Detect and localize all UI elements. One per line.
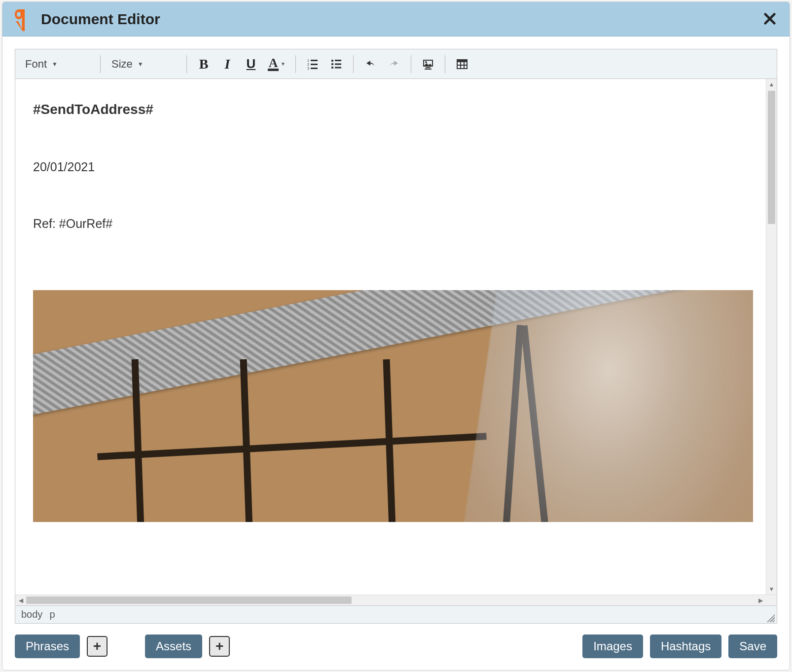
font-size-dropdown[interactable]: Size ▼ <box>107 55 180 74</box>
svg-rect-16 <box>425 69 432 70</box>
horizontal-scrollbar[interactable]: ◀ ▶ <box>15 595 777 605</box>
horizontal-scroll-thumb[interactable] <box>26 597 352 604</box>
redo-button[interactable] <box>383 53 405 75</box>
close-button[interactable] <box>761 10 779 28</box>
scroll-down-arrow-icon[interactable]: ▼ <box>766 584 777 595</box>
element-path-bar: body p <box>15 605 777 623</box>
undo-button[interactable] <box>360 53 381 75</box>
phrases-button[interactable]: Phrases <box>15 635 80 658</box>
svg-text:3: 3 <box>307 67 309 70</box>
font-color-button[interactable]: A ▼ <box>264 53 289 75</box>
toolbar-separator <box>353 55 354 73</box>
svg-point-14 <box>425 61 427 63</box>
save-button[interactable]: Save <box>728 635 777 658</box>
table-icon <box>456 58 468 70</box>
bulleted-list-button[interactable] <box>325 53 347 75</box>
document-ref-line[interactable]: Ref: #OurRef# <box>33 217 748 231</box>
editor-toolbar: Font ▼ Size ▼ B I U A ▼ 1 <box>15 49 777 79</box>
scroll-right-arrow-icon[interactable]: ▶ <box>755 595 766 606</box>
redo-icon <box>388 58 400 70</box>
svg-rect-1 <box>311 60 318 61</box>
address-placeholder[interactable]: #SendToAddress# <box>33 102 748 117</box>
numbered-list-button[interactable]: 1 2 3 <box>302 53 324 75</box>
window-title: Document Editor <box>41 11 160 28</box>
document-canvas[interactable]: #SendToAddress# 20/01/2021 Ref: #OurRef# <box>15 79 766 595</box>
font-color-icon: A <box>269 57 278 70</box>
toolbar-separator <box>100 55 101 73</box>
bold-icon: B <box>199 56 209 72</box>
image-icon <box>422 58 434 70</box>
images-button[interactable]: Images <box>582 635 643 658</box>
path-segment-p[interactable]: p <box>49 609 55 620</box>
plus-icon: + <box>93 638 101 654</box>
numbered-list-icon: 1 2 3 <box>307 58 319 70</box>
font-family-dropdown[interactable]: Font ▼ <box>20 55 94 74</box>
close-icon <box>763 12 777 26</box>
svg-rect-18 <box>457 60 467 62</box>
font-size-label: Size <box>111 58 133 71</box>
document-date[interactable]: 20/01/2021 <box>33 160 748 174</box>
chevron-down-icon: ▼ <box>52 61 58 68</box>
path-segment-body[interactable]: body <box>21 609 42 620</box>
font-color-swatch <box>268 69 279 71</box>
svg-point-6 <box>331 59 333 61</box>
insert-image-button[interactable] <box>417 53 439 75</box>
italic-icon: I <box>225 56 230 72</box>
editor-body: #SendToAddress# 20/01/2021 Ref: #OurRef#… <box>15 79 777 595</box>
svg-rect-9 <box>335 63 341 65</box>
underline-button[interactable]: U <box>240 53 262 75</box>
svg-text:1: 1 <box>307 59 309 62</box>
toolbar-separator <box>445 55 445 73</box>
svg-point-10 <box>331 66 333 68</box>
scroll-left-arrow-icon[interactable]: ◀ <box>15 595 26 606</box>
add-phrase-button[interactable]: + <box>87 636 108 657</box>
editor-container: Font ▼ Size ▼ B I U A ▼ 1 <box>15 49 777 624</box>
toolbar-separator <box>186 55 187 73</box>
resize-grip-icon[interactable] <box>765 612 775 622</box>
insert-table-button[interactable] <box>451 53 473 75</box>
app-logo-icon <box>11 7 32 31</box>
document-editor-dialog: Document Editor Font ▼ Size ▼ B I U A <box>2 1 790 671</box>
svg-rect-7 <box>335 60 341 61</box>
font-family-label: Font <box>25 58 47 71</box>
undo-icon <box>364 58 376 70</box>
underline-icon: U <box>247 56 256 72</box>
italic-button[interactable]: I <box>216 53 238 75</box>
horizontal-scroll-track[interactable] <box>26 595 755 605</box>
scroll-up-arrow-icon[interactable]: ▲ <box>766 79 777 90</box>
footer-buttons: Phrases + Assets + Images Hashtags Save <box>2 624 790 670</box>
vertical-scroll-thumb[interactable] <box>768 91 775 224</box>
svg-point-8 <box>331 63 333 65</box>
svg-text:2: 2 <box>307 63 309 66</box>
chevron-down-icon: ▼ <box>281 61 286 67</box>
embedded-image[interactable] <box>33 290 753 522</box>
plus-icon: + <box>216 638 223 654</box>
title-bar: Document Editor <box>2 2 790 37</box>
toolbar-separator <box>295 55 296 73</box>
vertical-scrollbar[interactable]: ▲ ▼ <box>766 79 777 595</box>
toolbar-separator <box>411 55 411 73</box>
svg-rect-3 <box>311 64 318 65</box>
add-asset-button[interactable]: + <box>209 636 230 657</box>
assets-button[interactable]: Assets <box>145 635 202 658</box>
svg-rect-5 <box>311 68 318 69</box>
svg-rect-15 <box>426 67 431 68</box>
bulleted-list-icon <box>330 58 342 70</box>
chevron-down-icon: ▼ <box>138 61 144 68</box>
hashtags-button[interactable]: Hashtags <box>650 635 721 658</box>
svg-rect-11 <box>335 67 341 68</box>
bold-button[interactable]: B <box>193 53 215 75</box>
